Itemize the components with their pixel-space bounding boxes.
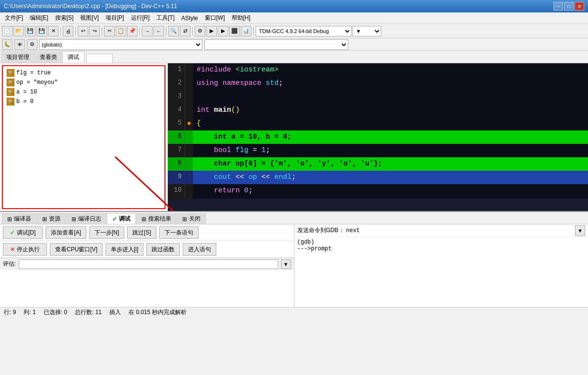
bottom-tab-compiler[interactable]: ⊞ 编译器 (2, 213, 36, 224)
menu-window[interactable]: 窗口[W] (202, 13, 228, 23)
line-marker-5: ■ (185, 117, 193, 130)
watch-icon-op: 🔍 (7, 79, 14, 86)
line-num-3: 3 (168, 90, 185, 104)
debug-run-button[interactable]: ▶ (218, 26, 228, 36)
resources-tab-icon: ⊞ (42, 216, 47, 223)
debug-row1: ✓ 调试[D] 添加查看[A] 下一步[N] 跳过[S] 下一条语句 (0, 224, 294, 241)
title-bar: C:\Users\Administrator\Desktop\2.cpp - [… (0, 0, 588, 12)
skip-func-button[interactable]: 跳过函数 (146, 243, 180, 256)
code-file-tab[interactable]: 2.cpp (86, 54, 113, 63)
menu-tools[interactable]: 工具[T] (153, 13, 177, 23)
separator-2 (75, 27, 76, 35)
menu-edit[interactable]: 编辑[E] (27, 13, 51, 23)
line-content-5: { (193, 117, 588, 130)
line-content-6: int a = 10, b = 0; (193, 130, 588, 144)
gdb-output-line-2: --->prompt (297, 246, 586, 252)
outdent-button[interactable]: ← (153, 26, 164, 36)
compiler-select[interactable]: TDM-GCC 4.9.2 64-bit Debug (256, 26, 352, 36)
bottom-tab-compile-log[interactable]: ⊞ 编译日志 (66, 213, 106, 224)
search-tab-icon: ⊞ (141, 216, 146, 223)
line-content-3 (193, 90, 588, 104)
skip-button[interactable]: 跳过[S] (127, 226, 156, 239)
stop-exec-button[interactable]: ✕ 停止执行 (3, 243, 47, 256)
debug-check-icon: ✓ (10, 229, 15, 236)
gdb-area: 发送命令到GDB： ▼ (gdb) --->prompt (294, 224, 588, 307)
globals-combo[interactable]: (globals) (39, 39, 202, 50)
replace-button[interactable]: ⇄ (180, 26, 190, 36)
enter-stmt-button[interactable]: 进入语句 (183, 243, 216, 256)
cut-button[interactable]: ✂ (104, 26, 115, 36)
eval-dropdown-btn[interactable]: ▼ (281, 259, 291, 269)
code-line-10: 10 return 0; (168, 184, 588, 198)
gdb-dropdown-btn[interactable]: ▼ (575, 225, 585, 236)
debug-icon-btn[interactable]: 🐛 (2, 39, 12, 50)
line-marker-6 (185, 130, 193, 144)
menu-run[interactable]: 运行[R] (128, 13, 153, 23)
tab-project[interactable]: 项目管理 (1, 51, 35, 63)
tab-classes[interactable]: 查看类 (35, 51, 62, 63)
scope-combo[interactable] (204, 39, 348, 50)
code-line-6: 6 int a = 10, b = 0; (168, 130, 588, 144)
compile-button[interactable]: ⚙ (195, 26, 205, 36)
save-button[interactable]: 💾 (25, 26, 35, 36)
chart-button[interactable]: 📊 (241, 26, 251, 36)
menu-project[interactable]: 项目[P] (103, 13, 127, 23)
bottom-tab-resources[interactable]: ⊞ 资源 (37, 213, 66, 224)
run-button[interactable]: ▶ (206, 26, 217, 36)
separator-5 (166, 27, 166, 35)
menu-view[interactable]: 视图[V] (77, 13, 102, 23)
undo-button[interactable]: ↩ (78, 26, 88, 36)
gdb-command-input[interactable] (346, 227, 574, 234)
line-num-2: 2 (168, 77, 185, 90)
step-into-button[interactable]: 单步进入[i] (106, 243, 143, 256)
close-file-button[interactable]: ✕ (48, 26, 59, 36)
code-line-2: 2 using namespace std; (168, 77, 588, 90)
bottom-tab-debug[interactable]: ✓ 调试 (107, 213, 136, 224)
bottom-tab-search[interactable]: ⊞ 搜索结果 (136, 213, 176, 224)
menu-search[interactable]: 搜索[S] (52, 13, 77, 23)
next-stmt-button[interactable]: 下一条语句 (159, 226, 199, 239)
minimize-button[interactable]: ─ (553, 2, 563, 11)
indent-button[interactable]: → (142, 26, 153, 36)
line-num-1: 1 (168, 63, 185, 77)
compiler-tab-icon: ⊞ (7, 216, 12, 223)
stop-button[interactable]: ⬛ (229, 26, 240, 36)
search-button[interactable]: 🔍 (168, 26, 179, 36)
print-button[interactable]: 🖨 (63, 26, 73, 36)
menu-help[interactable]: 帮助[H] (229, 13, 253, 23)
redo-button[interactable]: ↪ (89, 26, 100, 36)
watch-icon-btn[interactable]: 👁 (14, 39, 25, 50)
view-cpu-button[interactable]: 查看CPU窗口[V] (50, 243, 103, 256)
bottom-panel: ⊞ 编译器 ⊞ 资源 ⊞ 编译日志 ✓ 调试 ⊞ 搜索结果 ⊞ 关闭 (0, 211, 588, 307)
code-area[interactable]: 1 #include <iostream> 2 using namespace … (168, 63, 588, 211)
close-tab-icon: ⊞ (182, 216, 187, 223)
save-all-button[interactable]: 💾 (36, 26, 47, 36)
next-step-button[interactable]: 下一步[N] (89, 226, 124, 239)
maximize-button[interactable]: □ (564, 2, 574, 11)
bottom-content: ✓ 调试[D] 添加查看[A] 下一步[N] 跳过[S] 下一条语句 (0, 224, 588, 307)
copy-button[interactable]: 📋 (116, 26, 126, 36)
watch-item-op: 🔍 op = "moyou" (5, 78, 163, 87)
separator-6 (192, 27, 193, 35)
eval-input[interactable] (19, 259, 278, 269)
add-watch-button[interactable]: 添加查看[A] (46, 226, 86, 239)
bottom-tab-close[interactable]: ⊞ 关闭 (177, 213, 206, 224)
line-marker-1 (185, 63, 193, 77)
cpu-icon-btn[interactable]: ⚙ (27, 39, 37, 50)
code-editor[interactable]: 1 #include <iostream> 2 using namespace … (168, 63, 588, 199)
status-mode-label: 插入 (109, 308, 121, 316)
new-button[interactable]: 📄 (2, 26, 12, 36)
debug-start-button[interactable]: ✓ 调试[D] (3, 226, 43, 239)
separator-7 (253, 27, 254, 35)
menu-astyle[interactable]: AStyle (178, 14, 201, 23)
menu-file[interactable]: 文件[F] (2, 13, 26, 23)
debug-select[interactable]: ▼ (353, 26, 381, 36)
status-time-label: 在 0.015 秒内完成解析 (129, 308, 187, 316)
status-bar: 行: 9 列: 1 已选择: 0 总行数: 11 插入 在 0.015 秒内完成… (0, 307, 588, 317)
tab-debug[interactable]: 调试 (62, 51, 84, 63)
gdb-label: 发送命令到GDB： (297, 226, 344, 234)
open-button[interactable]: 📂 (13, 26, 24, 36)
close-button[interactable]: ✕ (575, 2, 584, 11)
paste-button[interactable]: 📌 (127, 26, 138, 36)
watch-icon-flg: 🔍 (7, 69, 14, 77)
